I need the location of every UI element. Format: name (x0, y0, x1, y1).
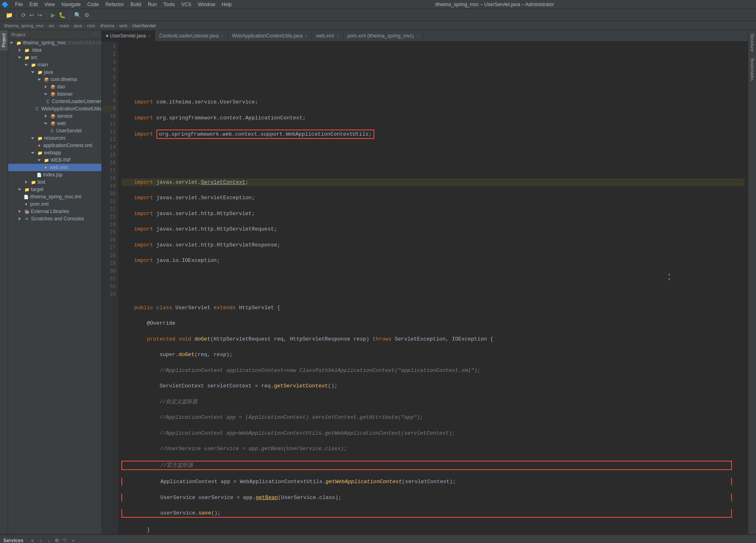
tab-contextloader-close[interactable]: × (221, 34, 224, 38)
code-editor[interactable]: 1 2 3 4 5 6 7 8 9 10 11 12 13 14 15 16 1… (102, 42, 748, 534)
tree-root-label[interactable]: itheima_spring_mvc (23, 40, 66, 46)
tab-userservlet-close[interactable]: × (148, 34, 151, 38)
services-btn-5[interactable]: ▽ (61, 537, 68, 543)
tree-root[interactable]: 📁 itheima_spring_mvc D:\IntelliJ IDEA 20… (8, 39, 101, 46)
tree-java[interactable]: 📁 java (8, 68, 101, 76)
tree-webxml-label[interactable]: web.xml (50, 165, 68, 170)
tree-java-label[interactable]: java (44, 69, 53, 75)
tab-webxml-close[interactable]: × (336, 34, 339, 38)
tree-resources[interactable]: 📁 resources (8, 134, 101, 142)
tree-indexjsp-label[interactable]: index.jsp (43, 172, 62, 178)
tree-webapp[interactable]: 📁 webapp (8, 149, 101, 156)
menu-navigate[interactable]: Navigate (58, 1, 84, 8)
tree-listener[interactable]: 📦 listener (8, 90, 101, 98)
tree-idea-label[interactable]: .idea (31, 47, 42, 53)
tree-webxml[interactable]: ✦ web.xml (8, 164, 101, 171)
tree-dao[interactable]: 📦 dao (8, 83, 101, 90)
tree-iml[interactable]: 📄 itheima_spring_mvc.iml (8, 193, 101, 200)
tree-service[interactable]: 📦 service (8, 112, 101, 120)
breadcrumb-java[interactable]: java (74, 23, 82, 28)
tree-webinf[interactable]: 📁 WEB-INF (8, 156, 101, 164)
services-btn-4[interactable]: ⊞ (53, 537, 60, 543)
tab-contextloader[interactable]: ContextLoaderListener.java × (155, 31, 228, 41)
services-btn-1[interactable]: ≡ (29, 537, 36, 543)
breadcrumb-com[interactable]: com (87, 23, 95, 28)
tree-contextloader[interactable]: C ContextLoaderListener (8, 98, 101, 105)
tree-indexjsp[interactable]: 📄 index.jsp (8, 171, 101, 178)
tree-main-label[interactable]: main (37, 62, 48, 68)
tree-pom-label[interactable]: pom.xml (30, 201, 48, 207)
right-tab-bookmarks[interactable]: Bookmarks (748, 55, 756, 84)
tree-extlibs-label[interactable]: External Libraries (31, 209, 69, 214)
tree-src-label[interactable]: src (31, 55, 37, 60)
tree-target-label[interactable]: target (31, 187, 44, 192)
toolbar-search-icon[interactable]: 🔍 (73, 11, 82, 19)
tree-resources-label[interactable]: resources (44, 135, 66, 141)
menu-tools[interactable]: Tools (160, 1, 178, 8)
tree-userservlet-label[interactable]: UserServlet (56, 128, 82, 134)
tree-web[interactable]: 📦 web (8, 120, 101, 127)
tree-com-label[interactable]: com.itheima (51, 77, 77, 82)
tab-pomxml-close[interactable]: × (416, 34, 419, 38)
tab-userservlet[interactable]: UserServlet.java × (102, 31, 155, 41)
tree-contextloader-label[interactable]: ContextLoaderListener (52, 99, 101, 104)
tree-scratches[interactable]: ✏ Scratches and Consoles (8, 215, 101, 222)
tree-appcontext[interactable]: ✦ applicationContext.xml (8, 142, 101, 149)
tab-webappcontextutils[interactable]: WebApplicationContextUtils.java × (228, 31, 312, 41)
menu-view[interactable]: View (41, 1, 58, 8)
breadcrumb-userservlet[interactable]: UserServlet (132, 23, 156, 28)
menu-refactor[interactable]: Refactor (102, 1, 127, 8)
tree-dao-label[interactable]: dao (57, 84, 65, 90)
menu-edit[interactable]: Edit (26, 1, 41, 8)
tree-webappcontext-label[interactable]: WebApplicationContextUtils (41, 106, 101, 112)
tree-userservlet[interactable]: C UserServlet (8, 127, 101, 134)
tree-scratches-label[interactable]: Scratches and Consoles (31, 216, 84, 222)
sidebar-tab-project[interactable]: Project (0, 30, 8, 51)
tab-webxml[interactable]: web.xml × (312, 31, 343, 41)
tree-test-label[interactable]: test (37, 179, 45, 185)
menu-build[interactable]: Build (127, 1, 145, 8)
tree-webapp-label[interactable]: webapp (44, 150, 61, 156)
tree-main[interactable]: 📁 main (8, 61, 101, 68)
breadcrumb-itheima[interactable]: itheima (100, 23, 114, 28)
tree-com-itheima[interactable]: 📦 com.itheima (8, 76, 101, 83)
tree-idea[interactable]: 📁 .idea (8, 46, 101, 54)
toolbar-project-icon[interactable]: 📁 (5, 11, 13, 19)
right-tab-structure[interactable]: Structure (748, 30, 756, 55)
tree-external-libs[interactable]: 📚 External Libraries (8, 208, 101, 215)
toolbar-run-icon[interactable]: ▶ (50, 11, 56, 19)
toolbar-debug-icon[interactable]: 🐛 (58, 11, 66, 19)
tree-webappcontext[interactable]: C WebApplicationContextUtils (8, 105, 101, 112)
breadcrumb-project[interactable]: itheima_spring_mvc (4, 23, 44, 28)
services-btn-3[interactable]: ↓ (45, 537, 52, 543)
tree-src[interactable]: 📁 src (8, 54, 101, 61)
tab-webappcontextutils-close[interactable]: × (305, 34, 308, 38)
tree-webinf-label[interactable]: WEB-INF (51, 157, 71, 163)
project-tree[interactable]: 📁 itheima_spring_mvc D:\IntelliJ IDEA 20… (8, 39, 101, 534)
menu-code[interactable]: Code (84, 1, 102, 8)
menu-file[interactable]: File (12, 1, 26, 8)
tree-test[interactable]: 📁 test (8, 178, 101, 186)
menu-window[interactable]: Window (195, 1, 219, 8)
tree-web-label[interactable]: web (57, 121, 66, 126)
breadcrumb-main[interactable]: main (59, 23, 69, 28)
breadcrumb-src[interactable]: src (49, 23, 55, 28)
tab-pomxml[interactable]: pom.xml (itheima_spring_mvc) × (343, 31, 423, 41)
menu-vcs[interactable]: VCS (178, 1, 195, 8)
tree-iml-label[interactable]: itheima_spring_mvc.iml (30, 194, 81, 200)
menu-help[interactable]: Help (218, 1, 235, 8)
tree-listener-label[interactable]: listener (57, 91, 73, 97)
tree-appcontext-label[interactable]: applicationContext.xml (43, 143, 92, 148)
toolbar-undo-icon[interactable]: ↩ (29, 11, 35, 19)
toolbar-redo-icon[interactable]: ↪ (37, 11, 43, 19)
tree-service-label[interactable]: service (57, 113, 73, 119)
code-content[interactable]: import com.itheima.service.UserService; … (118, 42, 748, 534)
tree-pom[interactable]: ✦ pom.xml (8, 200, 101, 208)
menu-run[interactable]: Run (145, 1, 160, 8)
toolbar-sync-icon[interactable]: ⟳ (20, 11, 27, 19)
services-btn-6[interactable]: + (69, 537, 77, 543)
services-btn-2[interactable]: ↑ (37, 537, 44, 543)
tree-target[interactable]: 📁 target (8, 186, 101, 193)
toolbar-settings-icon[interactable]: ⚙ (84, 11, 90, 19)
breadcrumb-web[interactable]: web (119, 23, 127, 28)
